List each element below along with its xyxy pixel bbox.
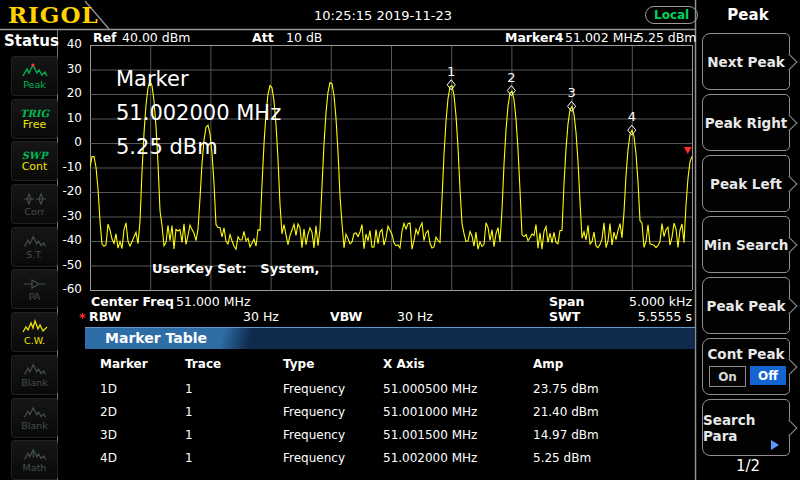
marker4-freq: 51.002 MHz xyxy=(565,30,639,44)
instrument-screen: RIGOL 10:25:15 2019-11-23 Local Status P… xyxy=(0,0,800,480)
cw-waveform-icon xyxy=(22,319,48,335)
col-header-trace: Trace xyxy=(185,357,221,371)
status-icon-math: Math xyxy=(11,440,58,480)
vbw-value: 30 Hz xyxy=(397,309,433,323)
marker4-label: Marker4 xyxy=(505,30,563,44)
userkey-message: UserKey Set: System, xyxy=(152,261,319,276)
rbw-label: RBW xyxy=(89,309,121,323)
status-icon-cw: C.W. xyxy=(11,312,58,352)
math-waveform-icon xyxy=(22,448,48,462)
vbw-label: VBW xyxy=(330,309,362,323)
svg-text:1: 1 xyxy=(447,64,455,79)
span-label: Span xyxy=(549,294,584,308)
rbw-value: 30 Hz xyxy=(243,309,279,323)
marker4-amp: 5.25 dBm xyxy=(636,30,697,44)
center-freq-value: 51.000 MHz xyxy=(176,294,250,308)
table-row: 3D xyxy=(100,428,117,442)
y-tick: 10 xyxy=(50,111,82,125)
y-tick: 20 xyxy=(50,86,82,100)
menu-title: Peak xyxy=(696,6,800,24)
cont-peak-button[interactable]: Cont Peak On Off xyxy=(702,338,790,395)
swt-value: 5.5555 s xyxy=(600,309,692,323)
st-waveform-icon xyxy=(22,235,48,249)
y-tick: 30 xyxy=(50,62,82,76)
col-header-marker: Marker xyxy=(100,357,148,371)
min-search-button[interactable]: Min Search xyxy=(702,216,790,273)
menu-page-indicator: 1/2 xyxy=(696,457,800,475)
search-para-button[interactable]: Search Para xyxy=(702,399,790,456)
y-tick: 40 xyxy=(50,37,82,51)
local-badge: Local xyxy=(645,6,698,24)
att-value: 10 dB xyxy=(286,30,322,44)
cont-peak-on-toggle[interactable]: On xyxy=(709,366,746,387)
span-value: 5.000 kHz xyxy=(600,294,692,308)
corr-stars-icon xyxy=(22,192,48,206)
ref-value: 40.00 dBm xyxy=(122,30,190,44)
col-header-amp: Amp xyxy=(533,357,563,371)
svg-text:4: 4 xyxy=(628,109,636,124)
svg-text:2: 2 xyxy=(507,70,515,85)
y-tick: -30 xyxy=(50,209,82,223)
clock: 10:25:15 2019-11-23 xyxy=(303,8,463,23)
att-label: Att xyxy=(252,30,274,44)
swt-label: SWT xyxy=(549,309,580,323)
rbw-coupled-star: * xyxy=(79,310,86,324)
peak-right-button[interactable]: Peak Right xyxy=(702,94,790,151)
cont-peak-off-toggle[interactable]: Off xyxy=(750,366,786,385)
col-header-type: Type xyxy=(283,357,314,371)
rigol-logo: RIGOL xyxy=(8,1,99,28)
marker-readout-amp: 5.25 dBm xyxy=(116,130,281,164)
y-tick: -50 xyxy=(50,258,82,272)
pa-amplifier-icon xyxy=(22,277,48,291)
table-row: 2D xyxy=(100,405,117,419)
next-peak-button[interactable]: Next Peak xyxy=(702,33,790,90)
blank-waveform-icon xyxy=(22,406,48,420)
y-tick: -10 xyxy=(50,160,82,174)
table-row: 4D xyxy=(100,451,117,465)
ref-label: Ref xyxy=(93,30,117,44)
marker-table-titlebar: Marker Table xyxy=(85,327,695,349)
y-tick: -40 xyxy=(50,233,82,247)
y-tick: -20 xyxy=(50,184,82,198)
peak-peak-button[interactable]: Peak Peak xyxy=(702,277,790,334)
blank-waveform-icon xyxy=(22,363,48,377)
center-freq-label: Center Freq xyxy=(91,294,174,308)
table-row: 1D xyxy=(100,382,117,396)
y-tick: -60 xyxy=(50,282,82,296)
y-tick: 0 xyxy=(50,135,82,149)
marker-readout-freq: 51.002000 MHz xyxy=(116,96,281,130)
marker-readout-title: Marker xyxy=(116,62,281,96)
peak-waveform-icon xyxy=(22,63,48,79)
submenu-arrow-icon xyxy=(771,440,779,450)
status-icon-blank1: Blank xyxy=(11,355,58,395)
marker-readout: Marker 51.002000 MHz 5.25 dBm xyxy=(116,62,281,164)
svg-text:3: 3 xyxy=(567,85,575,100)
marker-table-title: Marker Table xyxy=(105,330,207,346)
peak-left-button[interactable]: Peak Left xyxy=(702,155,790,212)
col-header-xaxis: X Axis xyxy=(383,357,425,371)
status-icon-blank2: Blank xyxy=(11,398,58,438)
